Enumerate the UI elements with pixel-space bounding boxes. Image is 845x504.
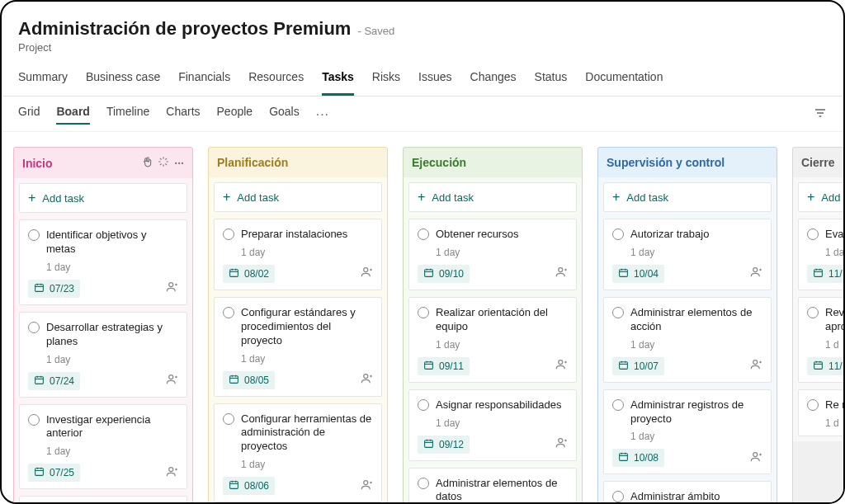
main-tab-changes[interactable]: Changes xyxy=(470,70,517,96)
task-date[interactable]: 07/25 xyxy=(28,464,80,482)
task-card[interactable]: Desarrollar carta estatutaria de proyect… xyxy=(19,496,187,504)
task-title: Preparar instalaciones xyxy=(241,228,347,242)
task-complete-radio[interactable] xyxy=(418,478,429,489)
task-card[interactable]: Revisar progreso aprobado1 d11/ xyxy=(798,297,843,383)
task-card[interactable]: Evaluar1 day11/ xyxy=(798,219,843,290)
task-footer: 07/23 xyxy=(28,280,178,298)
task-card[interactable]: Administrar elementos de acción1 day10/0… xyxy=(603,297,772,383)
task-date[interactable]: 09/12 xyxy=(418,436,470,454)
assign-user-icon[interactable] xyxy=(750,266,762,281)
assign-user-icon[interactable] xyxy=(166,280,178,296)
add-task-button[interactable]: +Add task xyxy=(798,182,843,212)
main-tab-summary[interactable]: Summary xyxy=(18,70,68,96)
task-card[interactable]: Administrar elementos de datos1 day xyxy=(408,468,577,504)
main-tab-documentation[interactable]: Documentation xyxy=(585,70,663,96)
task-title: Realizar orientación del equipo xyxy=(436,306,568,334)
column-more-icon[interactable]: ··· xyxy=(174,157,184,170)
main-tab-tasks[interactable]: Tasks xyxy=(322,70,354,96)
assign-user-icon[interactable] xyxy=(166,373,178,389)
task-complete-radio[interactable] xyxy=(807,399,819,411)
task-complete-radio[interactable] xyxy=(807,307,819,318)
sub-tab-timeline[interactable]: Timeline xyxy=(106,105,149,125)
assign-user-icon[interactable] xyxy=(750,450,762,466)
task-card[interactable]: Investigar experiencia anterior1 day07/2… xyxy=(19,404,187,490)
sub-tabs-more-icon[interactable]: ··· xyxy=(316,107,329,122)
assign-user-icon[interactable] xyxy=(555,436,568,452)
main-tab-risks[interactable]: Risks xyxy=(372,70,400,96)
add-task-button[interactable]: +Add task xyxy=(214,182,382,212)
task-card[interactable]: Configurar herramientas de administració… xyxy=(214,403,382,503)
task-card[interactable]: Administrar registros de proyecto1 day10… xyxy=(603,389,772,475)
task-date[interactable]: 10/04 xyxy=(612,265,664,283)
task-card[interactable]: Re rendimiento1 d xyxy=(798,389,843,436)
svg-rect-59 xyxy=(425,440,433,447)
task-card[interactable]: Obtener recursos1 day09/10 xyxy=(408,219,577,290)
main-tab-issues[interactable]: Issues xyxy=(418,70,451,96)
task-card[interactable]: Preparar instalaciones1 day08/02 xyxy=(214,219,382,290)
task-date[interactable]: 11/ xyxy=(807,357,843,375)
page-subtitle: Project xyxy=(18,41,827,54)
task-date[interactable]: 09/10 xyxy=(418,265,470,283)
task-complete-radio[interactable] xyxy=(28,229,40,241)
calendar-icon xyxy=(34,466,45,479)
assign-user-icon[interactable] xyxy=(361,478,373,494)
task-complete-radio[interactable] xyxy=(612,307,624,318)
task-duration: 1 d xyxy=(825,417,843,429)
sparkle-icon[interactable] xyxy=(158,156,169,170)
assign-user-icon[interactable] xyxy=(361,266,373,281)
column-supervision: Supervisión y control+Add taskAutorizar … xyxy=(597,147,777,504)
add-task-button[interactable]: +Add task xyxy=(19,183,187,213)
task-card[interactable]: Asignar responsabilidades1 day09/12 xyxy=(408,389,577,461)
task-date[interactable]: 07/23 xyxy=(28,280,80,298)
task-card[interactable]: Identificar objetivos y metas1 day07/23 xyxy=(19,219,187,305)
add-task-button[interactable]: +Add task xyxy=(408,182,577,212)
main-tab-status[interactable]: Status xyxy=(535,70,568,96)
task-date[interactable]: 07/24 xyxy=(28,372,80,390)
sub-tab-goals[interactable]: Goals xyxy=(269,105,300,125)
main-tab-resources[interactable]: Resources xyxy=(248,70,304,96)
task-duration: 1 day xyxy=(436,417,568,429)
filter-icon[interactable] xyxy=(814,106,827,123)
assign-user-icon[interactable] xyxy=(750,358,762,374)
task-complete-radio[interactable] xyxy=(612,399,624,411)
calendar-icon xyxy=(34,374,45,388)
hand-icon[interactable] xyxy=(141,156,153,170)
task-complete-radio[interactable] xyxy=(807,228,819,240)
task-complete-radio[interactable] xyxy=(418,399,429,411)
task-date[interactable]: 08/06 xyxy=(223,477,275,495)
task-date[interactable]: 10/07 xyxy=(612,357,664,375)
task-complete-radio[interactable] xyxy=(28,414,40,426)
column-header: Cierre xyxy=(793,148,843,177)
assign-user-icon[interactable] xyxy=(555,358,568,374)
task-complete-radio[interactable] xyxy=(223,413,234,425)
main-tab-business-case[interactable]: Business case xyxy=(86,70,160,96)
task-card[interactable]: Realizar orientación del equipo1 day09/1… xyxy=(408,297,577,383)
task-card[interactable]: Desarrollar estrategias y planes1 day07/… xyxy=(19,312,187,398)
sub-tab-people[interactable]: People xyxy=(217,105,253,125)
sub-tab-grid[interactable]: Grid xyxy=(18,105,40,125)
task-complete-radio[interactable] xyxy=(612,228,624,240)
task-date[interactable]: 09/11 xyxy=(418,357,470,375)
task-date-text: 11/ xyxy=(828,360,843,372)
assign-user-icon[interactable] xyxy=(555,266,568,281)
add-task-button[interactable]: +Add task xyxy=(603,182,772,212)
task-date[interactable]: 10/08 xyxy=(612,449,664,467)
task-card[interactable]: Administrar ámbito1 day xyxy=(603,481,772,504)
task-complete-radio[interactable] xyxy=(418,307,429,318)
task-complete-radio[interactable] xyxy=(223,307,234,318)
assign-user-icon[interactable] xyxy=(166,465,178,481)
task-date[interactable]: 08/05 xyxy=(223,371,275,389)
task-card[interactable]: Autorizar trabajo1 day10/04 xyxy=(603,219,772,290)
task-complete-radio[interactable] xyxy=(28,322,40,333)
main-tab-financials[interactable]: Financials xyxy=(178,70,230,96)
task-card[interactable]: Configurar estándares y procedimientos d… xyxy=(214,297,382,397)
task-complete-radio[interactable] xyxy=(223,228,234,240)
task-complete-radio[interactable] xyxy=(418,228,429,240)
task-date[interactable]: 11/ xyxy=(807,265,843,283)
sub-tab-charts[interactable]: Charts xyxy=(166,105,200,125)
task-date[interactable]: 08/02 xyxy=(223,265,275,283)
task-complete-radio[interactable] xyxy=(612,491,624,502)
sub-tab-board[interactable]: Board xyxy=(56,105,89,125)
assign-user-icon[interactable] xyxy=(361,372,373,388)
column-inicio: Inicio···+Add taskIdentificar objetivos … xyxy=(13,147,193,504)
